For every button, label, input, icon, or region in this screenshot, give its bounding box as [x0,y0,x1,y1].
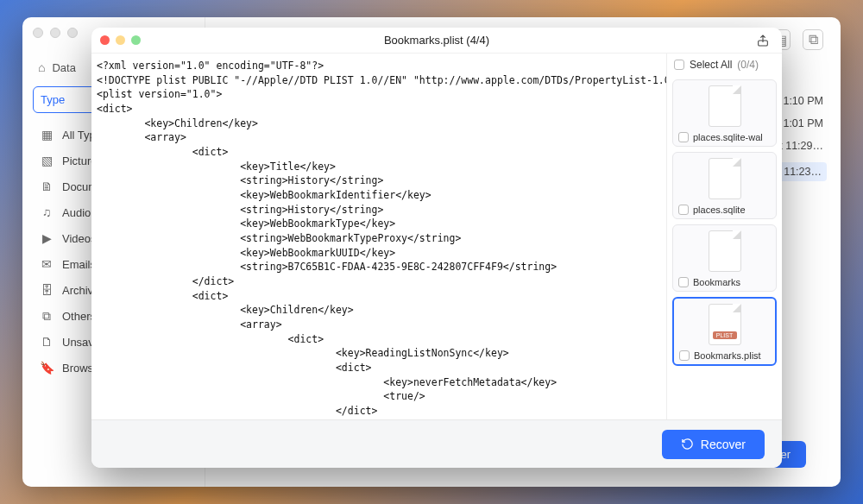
thumb-bookmarks[interactable]: Bookmarks [672,224,777,292]
close-icon[interactable] [100,35,110,45]
recover-button-label: Recover [701,438,746,451]
grid-icon: ▦ [40,128,54,142]
share-icon[interactable] [756,34,770,50]
maximize-icon[interactable] [131,35,141,45]
mail-icon: ✉ [40,257,54,271]
thumb-places-wal[interactable]: places.sqlite-wal [672,79,777,147]
file-icon [709,230,741,272]
select-all-checkbox[interactable] [674,60,684,70]
code-preview[interactable]: <?xml version="1.0" encoding="UTF-8"?> <… [91,54,666,419]
thumb-places[interactable]: places.sqlite [672,152,777,219]
video-icon: ▶ [40,231,54,245]
thumb-bookmarks-plist[interactable]: PLIST Bookmarks.plist [672,297,777,366]
select-all-count: (0/4) [737,59,759,71]
home-icon: ⌂ [38,60,45,74]
sidebar-home-label: Data [52,61,75,74]
refresh-icon [681,438,694,450]
modal-title: Bookmarks.plist (4/4) [384,34,489,47]
document-icon: 🗎 [40,180,54,193]
thumb-checkbox[interactable] [678,132,689,142]
file-icon: PLIST [709,304,741,345]
thumbnail-pane: Select All (0/4) places.sqlite-wal place… [666,54,782,419]
window-traffic-lights [33,28,78,38]
thumb-label: places.sqlite [693,205,746,215]
unsaved-icon: 🗋 [40,335,54,349]
file-icon [709,85,741,127]
modal-footer: Recover [91,419,782,468]
bookmark-icon: 🔖 [40,361,54,375]
select-all-row[interactable]: Select All (0/4) [672,59,777,74]
recover-button[interactable]: Recover [662,430,765,459]
close-dot-dim[interactable] [33,28,43,38]
image-icon: ▧ [40,154,54,167]
sidebar-item-label: Audio [62,206,91,219]
others-icon: ⧉ [40,309,54,323]
thumb-label: places.sqlite-wal [693,132,763,142]
music-icon: ♫ [40,205,54,219]
preview-modal: Bookmarks.plist (4/4) <?xml version="1.0… [91,28,782,468]
thumb-checkbox[interactable] [679,350,690,361]
minimize-icon[interactable] [116,35,125,45]
sidebar-type-label: Type [41,93,65,106]
max-dot-dim[interactable] [67,28,78,38]
thumb-label: Bookmarks.plist [694,350,761,361]
plist-badge: PLIST [713,331,737,339]
thumb-checkbox[interactable] [678,277,689,287]
archive-icon: 🗄 [40,283,54,297]
select-all-label: Select All [690,59,732,71]
min-dot-dim[interactable] [50,28,60,38]
modal-body: <?xml version="1.0" encoding="UTF-8"?> <… [91,54,782,419]
modal-traffic-lights [100,35,141,45]
file-icon [709,158,741,199]
thumb-checkbox[interactable] [678,205,689,215]
modal-titlebar: Bookmarks.plist (4/4) [91,28,782,54]
thumb-label: Bookmarks [693,277,740,287]
